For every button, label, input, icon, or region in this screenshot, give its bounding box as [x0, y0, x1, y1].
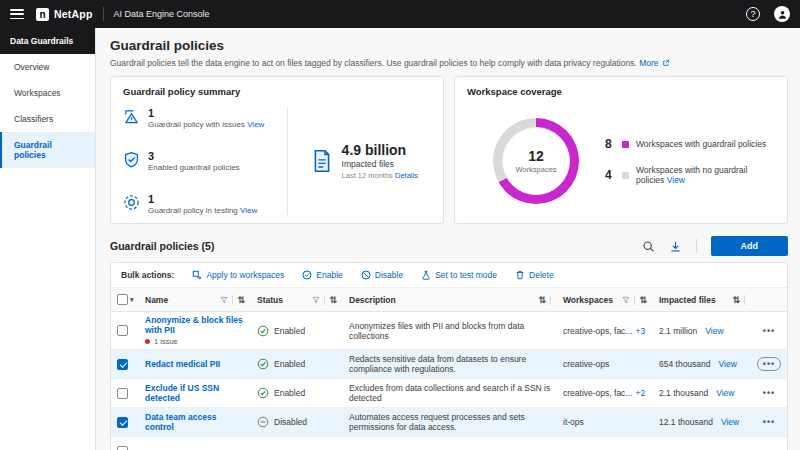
filter-icon[interactable] [312, 296, 320, 304]
column-header-impacted-files[interactable]: Impacted files ⇅ [653, 292, 751, 308]
bulk-actions-bar: Bulk actions: Apply to workspaces Enable… [111, 263, 787, 288]
more-link[interactable]: More [639, 58, 670, 68]
view-files-link[interactable]: View [716, 388, 734, 398]
sort-icon[interactable]: ⇅ [639, 295, 647, 305]
sidebar-item-workspaces[interactable]: Workspaces [0, 80, 95, 106]
sort-icon[interactable]: ⇅ [732, 295, 740, 305]
issue-indicator: 1 issue [145, 337, 178, 346]
row-actions-menu[interactable]: ••• [763, 326, 775, 336]
page-description: Guardrail policies tell the data engine … [110, 58, 788, 68]
status-text: Enabled [274, 326, 305, 336]
column-header-workspaces[interactable]: Workspaces ⇅ [557, 292, 653, 308]
policy-description: Redacts sensitive data from datasets to … [343, 351, 557, 377]
row-checkbox[interactable] [117, 446, 128, 450]
bulk-disable[interactable]: Disable [361, 270, 403, 280]
stat-policy-in-testing: 1 Guardrail policy in testing View [123, 193, 277, 215]
view-files-link[interactable]: View [721, 417, 739, 427]
guardrail-policy-summary-card: Guardrail policy summary 1 Guardrail pol… [110, 76, 444, 224]
view-link[interactable]: View [247, 120, 264, 129]
sidebar-item-classifiers[interactable]: Classifiers [0, 106, 95, 132]
workspaces-more-link[interactable]: +3 [635, 326, 645, 336]
row-checkbox[interactable] [117, 388, 128, 399]
table-row[interactable]: Anonymize & block files with PII 1 issue… [111, 312, 787, 350]
issue-dot-icon [145, 339, 150, 344]
stat-label: Guardrail policy with issues View [148, 120, 264, 129]
hamburger-menu-icon[interactable] [10, 9, 24, 19]
donut-total-label: Workspaces [515, 165, 556, 174]
sort-icon[interactable]: ⇅ [237, 295, 245, 305]
bulk-enable[interactable]: Enable [302, 270, 342, 280]
view-link[interactable]: View [240, 206, 257, 215]
legend-item-with-policies: 8 Workspaces with guardrail policies [605, 137, 775, 151]
sidebar: Data Guardrails Overview Workspaces Clas… [0, 28, 96, 450]
netapp-logo-icon: n [36, 8, 49, 21]
apply-workspaces-icon [192, 270, 202, 280]
row-checkbox[interactable] [117, 359, 128, 370]
view-files-link[interactable]: View [705, 326, 723, 336]
column-label: Impacted files [659, 295, 716, 305]
workspaces-more-link[interactable]: +2 [635, 388, 645, 398]
row-checkbox[interactable] [117, 417, 128, 428]
bulk-apply-to-workspaces[interactable]: Apply to workspaces [192, 270, 284, 280]
column-header-description[interactable]: Description ⇅ [343, 292, 557, 308]
sidebar-item-overview[interactable]: Overview [0, 54, 95, 80]
top-app-bar: n NetApp AI Data Engine Console ? [0, 0, 800, 28]
legend-value: 4 [605, 168, 615, 182]
impacted-files-value: 2.1 million [659, 326, 697, 336]
policy-issue-icon [123, 108, 140, 125]
policy-name-link[interactable]: Exclude if US SSN detected [145, 383, 245, 403]
view-files-link[interactable]: View [719, 359, 737, 369]
row-actions-menu[interactable]: ••• [763, 417, 775, 427]
workspaces-text: it-ops [563, 417, 584, 427]
column-header-status[interactable]: Status ⇅ [251, 292, 343, 308]
app-title: AI Data Engine Console [114, 9, 210, 19]
impacted-files-stat: 4.9 billion Impacted files Last 12 month… [298, 105, 431, 217]
column-header-name[interactable]: Name ⇅ [139, 292, 251, 308]
impacted-label: Impacted files [342, 159, 418, 169]
coverage-legend: 8 Workspaces with guardrail policies 4 W… [605, 137, 775, 185]
status-text: Enabled [274, 388, 305, 398]
workspaces-text: creative-ops, fac... [563, 326, 632, 336]
page-description-text: Guardrail policies tell the data engine … [110, 58, 637, 68]
chevron-down-icon[interactable]: ▾ [130, 296, 134, 304]
filter-icon[interactable] [622, 296, 630, 304]
table-row-partial[interactable] [111, 437, 787, 450]
policy-name-link[interactable]: Data team access control [145, 412, 245, 432]
page-title: Guardrail policies [110, 38, 788, 53]
topbar-divider [103, 7, 104, 21]
sidebar-item-guardrail-policies[interactable]: Guardrail policies [0, 132, 95, 168]
bulk-delete[interactable]: Delete [515, 270, 554, 280]
sort-icon[interactable]: ⇅ [538, 295, 546, 305]
enable-icon [302, 270, 312, 280]
stat-value: 1 [148, 107, 264, 119]
sort-icon[interactable]: ⇅ [329, 295, 337, 305]
add-button[interactable]: Add [711, 236, 789, 256]
download-icon[interactable] [669, 240, 682, 253]
select-all-checkbox[interactable] [117, 294, 128, 305]
policy-name-link[interactable]: Anonymize & block files with PII [145, 315, 245, 335]
policy-name-link[interactable]: Redact medical PII [145, 359, 220, 369]
policy-description: Automates access request processes and s… [343, 409, 557, 435]
column-label: Description [349, 295, 396, 305]
legend-marker [622, 141, 629, 148]
shield-check-icon [123, 151, 140, 168]
legend-item-no-policies: 4 Workspaces with no guardrail policies … [605, 165, 775, 185]
table-row[interactable]: Redact medical PII Enabled Redacts sensi… [111, 350, 787, 379]
bulk-set-test-mode[interactable]: Set to test mode [421, 270, 497, 280]
table-row[interactable]: Exclude if US SSN detected Enabled Exclu… [111, 379, 787, 408]
view-link[interactable]: View [667, 175, 685, 185]
row-actions-menu[interactable]: ••• [757, 357, 781, 371]
search-icon[interactable] [642, 240, 655, 253]
summary-card-title: Guardrail policy summary [123, 86, 431, 97]
table-row[interactable]: Data team access control Disabled Automa… [111, 408, 787, 437]
impacted-files-value: 2.1 thousand [659, 388, 708, 398]
donut-center: 12 Workspaces [502, 127, 570, 195]
row-actions-menu[interactable]: ••• [763, 388, 775, 398]
user-avatar[interactable] [774, 6, 790, 22]
donut-total: 12 [528, 148, 544, 164]
details-link[interactable]: Details [395, 171, 418, 180]
row-checkbox[interactable] [117, 325, 128, 336]
help-icon[interactable]: ? [746, 7, 760, 21]
filter-icon[interactable] [220, 296, 228, 304]
files-icon [311, 149, 333, 173]
